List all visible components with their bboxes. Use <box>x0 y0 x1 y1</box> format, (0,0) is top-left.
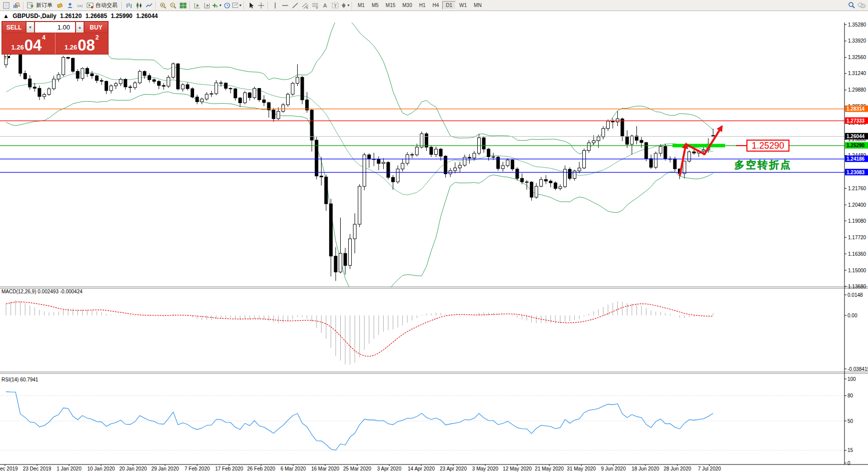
sell-button[interactable]: SELL <box>2 22 26 33</box>
zoom-out-icon[interactable] <box>168 1 178 10</box>
text-label-icon[interactable]: T <box>330 1 340 10</box>
date-label: 1 Jan 2020 <box>57 466 82 471</box>
signals-icon[interactable] <box>75 1 85 10</box>
timeframe-M5[interactable]: M5 <box>368 1 382 10</box>
sell-price[interactable]: 1.26 04 4 <box>2 33 55 54</box>
rsi-label: RSI(14) 60.7941 <box>2 377 39 382</box>
timeframe-M15[interactable]: M15 <box>382 1 399 10</box>
svg-text:F: F <box>316 7 318 9</box>
date-label: 23 Dec 2019 <box>23 466 52 471</box>
quote-close: 1.26044 <box>136 13 158 20</box>
horizontal-line-icon[interactable] <box>280 1 290 10</box>
date-label: 14 Apr 2020 <box>408 466 435 471</box>
timeframe-M1[interactable]: M1 <box>354 1 368 10</box>
macd-tick: 0.00 <box>847 313 857 318</box>
timeframe-W1[interactable]: W1 <box>456 1 470 10</box>
date-label: 10 Jan 2020 <box>87 466 115 471</box>
profiles-icon[interactable] <box>12 1 22 10</box>
toolbar-separator <box>23 2 24 10</box>
new-chart-icon[interactable] <box>2 1 12 10</box>
macd-tick: 0.0148 <box>847 292 863 298</box>
timeframe-MN[interactable]: MN <box>470 1 485 10</box>
price-tick: 1.35280 <box>848 22 866 28</box>
turning-point-annotation[interactable]: 多空转折点 <box>734 159 792 170</box>
toolbar-separator <box>122 2 123 10</box>
period-clock-icon[interactable] <box>222 1 232 10</box>
shapes-icon[interactable]: ▼ <box>340 1 350 10</box>
quote-open: 1.26120 <box>60 13 82 20</box>
bar-chart-mode-icon[interactable] <box>124 1 134 10</box>
quote-high: 1.26685 <box>86 13 107 20</box>
line-chart-mode-icon[interactable] <box>144 1 154 10</box>
search-icon[interactable] <box>846 1 856 10</box>
macd-tick: -0.038415 <box>847 366 868 372</box>
autotrading-label[interactable]: 自动交易 <box>96 2 118 9</box>
quote-low: 1.25990 <box>111 13 132 20</box>
date-label: 3 May 2020 <box>472 466 499 471</box>
svg-text:A: A <box>323 3 327 9</box>
cursor-icon[interactable] <box>246 1 256 10</box>
zoom-in-icon[interactable] <box>158 1 168 10</box>
bollinger-middle-band[interactable] <box>6 73 713 195</box>
price-tick: 1.16360 <box>848 251 866 257</box>
bollinger-upper-band[interactable] <box>6 16 713 154</box>
chevron-down-icon: ▼ <box>347 4 350 7</box>
templates-icon[interactable]: ▼ <box>232 1 242 10</box>
date-label: 26 Feb 2020 <box>247 466 276 471</box>
tile-windows-icon[interactable] <box>178 1 188 10</box>
timeframe-D1[interactable]: D1 <box>442 1 456 10</box>
date-label: 18 Jun 2020 <box>631 466 659 471</box>
object-marker[interactable]: T <box>4 55 7 60</box>
timeframe-H4[interactable]: H4 <box>429 1 443 10</box>
date-label: 12 May 2020 <box>503 466 532 471</box>
quote-header: ▲ GBPUSD-,Daily 1.26120 1.26685 1.25990 … <box>3 13 160 20</box>
collapse-arrow-icon[interactable]: ▲ <box>3 13 9 20</box>
date-label: 20 Jan 2020 <box>119 466 147 471</box>
date-label: 31 May 2020 <box>567 466 596 471</box>
community-icon[interactable] <box>65 1 75 10</box>
crosshair-icon[interactable] <box>256 1 266 10</box>
chart-area[interactable]: T1.25290多空转折点MACD(12,26,9) 0.002493 -0.0… <box>0 11 868 472</box>
price-tick: 1.15000 <box>848 268 866 273</box>
timeframe-M30[interactable]: M30 <box>399 1 415 10</box>
price-chart-svg[interactable]: T1.25290多空转折点MACD(12,26,9) 0.002493 -0.0… <box>0 11 868 472</box>
new-order-icon[interactable] <box>26 1 36 10</box>
candles <box>5 45 714 281</box>
autotrading-icon[interactable] <box>85 1 95 10</box>
equidistant-channel-icon[interactable]: E <box>300 1 310 10</box>
vertical-line-icon[interactable] <box>270 1 280 10</box>
add-indicator-icon[interactable]: ▼ <box>212 1 222 10</box>
rsi-tick: 0 <box>847 460 850 466</box>
svg-text:1.23083: 1.23083 <box>846 170 865 175</box>
volume-decrease-button[interactable]: ▼ <box>26 22 35 33</box>
timeframe-group: M1M5M15M30H1H4D1W1MN <box>354 1 485 10</box>
date-label: 25 Mar 2020 <box>343 466 372 471</box>
candlestick-mode-icon[interactable] <box>134 1 144 10</box>
buy-button[interactable]: BUY <box>84 22 108 33</box>
trendline-icon[interactable] <box>290 1 300 10</box>
date-label: 6 Mar 2020 <box>281 466 306 471</box>
svg-text:1.26044: 1.26044 <box>846 134 865 139</box>
fibonacci-icon[interactable]: F <box>310 1 320 10</box>
auto-scroll-icon[interactable] <box>192 1 202 10</box>
svg-text:E: E <box>306 6 308 9</box>
price-tick: 1.19080 <box>848 218 866 224</box>
rsi-line[interactable] <box>6 392 713 450</box>
metaeditor-icon[interactable] <box>55 1 65 10</box>
svg-text:T: T <box>334 3 337 8</box>
chart-shift-icon[interactable] <box>202 1 212 10</box>
chat-icon[interactable] <box>856 1 866 10</box>
price-tick: 1.33920 <box>848 38 866 44</box>
volume-increase-button[interactable]: ▲ <box>76 22 84 33</box>
text-icon[interactable]: A <box>320 1 330 10</box>
support-zone[interactable] <box>672 144 725 147</box>
timeframe-H1[interactable]: H1 <box>416 1 429 10</box>
one-click-trading-panel: SELL ▼ 1.00 ▲ BUY 1.26 04 4 1.26 08 2 <box>2 21 109 55</box>
volume-input[interactable]: 1.00 <box>35 22 76 33</box>
date-label: 16 Mar 2020 <box>311 466 340 471</box>
date-label: 9 Jun 2020 <box>601 466 626 471</box>
svg-text:1.24186: 1.24186 <box>846 156 865 162</box>
new-order-label[interactable]: 新订单 <box>36 2 53 9</box>
buy-price[interactable]: 1.26 08 2 <box>56 33 109 54</box>
rsi-tick: 50 <box>847 418 853 424</box>
